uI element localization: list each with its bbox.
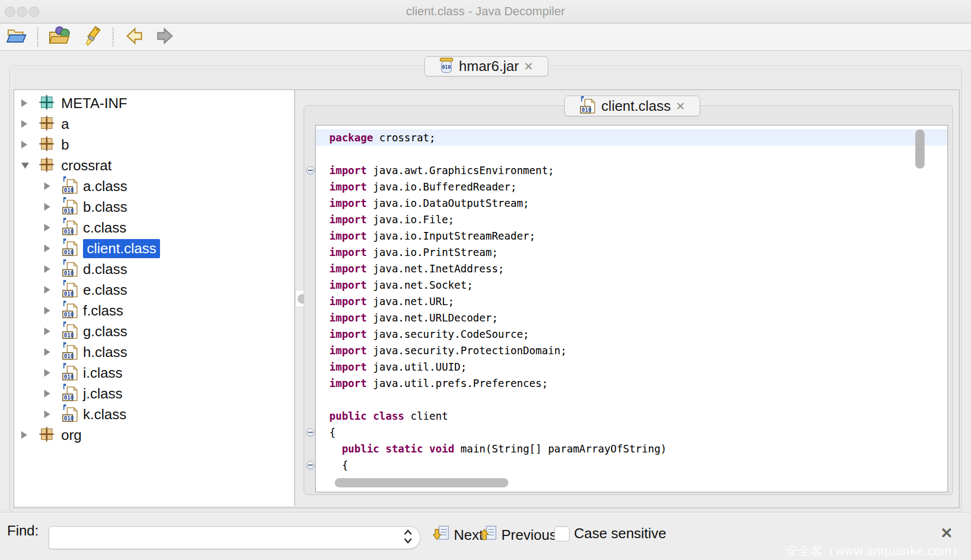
code-line: public static void main(String[] paramAr… <box>316 440 948 457</box>
tree-item-i-class[interactable]: 010 i.class <box>14 362 295 383</box>
tree-item-j-class[interactable]: 010 j.class <box>14 383 295 404</box>
tree-item-c-class[interactable]: 010 c.class <box>14 217 295 238</box>
tree-item-crossrat[interactable]: crossrat <box>14 155 295 176</box>
chevron-collapsed-icon[interactable] <box>21 120 27 128</box>
package-icon <box>39 157 54 174</box>
back-button[interactable] <box>123 26 145 49</box>
chevron-collapsed-icon[interactable] <box>21 99 27 107</box>
class-file-icon: 010 <box>61 217 79 238</box>
tree-item-e-class[interactable]: 010 e.class <box>14 279 295 300</box>
class-file-icon: 010 <box>61 362 79 383</box>
case-sensitive-checkbox[interactable] <box>554 526 570 541</box>
chevron-collapsed-icon[interactable] <box>44 390 50 397</box>
tree-item-label: h.class <box>83 344 127 361</box>
chevron-collapsed-icon[interactable] <box>44 369 50 377</box>
find-input[interactable] <box>49 528 396 547</box>
keyword-token: import <box>329 279 367 291</box>
class-file-icon: 010 <box>61 383 79 404</box>
keyword-token: public <box>329 410 367 422</box>
class-file-icon: 010 <box>61 238 79 259</box>
previous-label: Previous <box>501 527 556 544</box>
fold-collapse-icon[interactable] <box>306 166 315 175</box>
package-icon <box>39 136 54 153</box>
tree-item-label: client.class <box>83 239 160 258</box>
case-sensitive-label: Case sensitive <box>574 525 666 542</box>
jar-tab-close-icon[interactable]: ✕ <box>524 61 534 72</box>
chevron-collapsed-icon[interactable] <box>44 265 50 273</box>
chevron-collapsed-icon[interactable] <box>44 327 50 335</box>
chevron-collapsed-icon[interactable] <box>44 182 50 190</box>
code-line: import java.security.CodeSource; <box>316 326 948 342</box>
code-token: client <box>404 410 448 422</box>
tree-item-k-class[interactable]: 010 k.class <box>14 404 295 425</box>
keyword-token: package <box>329 132 373 144</box>
chevron-collapsed-icon[interactable] <box>44 245 50 252</box>
tree-item-client-class[interactable]: 010 client.class <box>14 238 295 259</box>
horizontal-scrollbar[interactable] <box>335 478 508 487</box>
code-line: String str = System.getProperty("os.name… <box>316 473 948 476</box>
chevron-collapsed-icon[interactable] <box>44 307 50 314</box>
watermark: 安全客（www.anquanke.com） <box>785 543 964 559</box>
class-file-icon: 010 <box>61 321 79 342</box>
tree-item-b[interactable]: b <box>14 134 295 155</box>
chevron-collapsed-icon[interactable] <box>44 286 50 294</box>
tree-item-a-class[interactable]: 010 a.class <box>14 176 295 196</box>
code-line: public class client <box>316 408 948 424</box>
tree-item-org[interactable]: org <box>14 425 295 445</box>
package-icon <box>39 116 54 133</box>
code-token: crossrat; <box>373 132 435 144</box>
tree-item-label: org <box>61 427 82 444</box>
chevron-expanded-icon[interactable] <box>21 163 29 169</box>
code-token: java.net.Socket; <box>367 279 473 291</box>
vertical-scrollbar[interactable] <box>915 129 925 169</box>
search-icon <box>80 26 103 49</box>
fold-collapse-icon[interactable] <box>306 461 315 469</box>
tab-client-class[interactable]: 010 client.class ✕ <box>564 96 700 116</box>
tree-item-label: b.class <box>83 199 127 216</box>
editor-tab-close-icon[interactable]: ✕ <box>676 100 685 112</box>
code-line: import java.io.BufferedReader; <box>316 178 948 195</box>
tree-item-d-class[interactable]: 010 d.class <box>14 259 295 279</box>
tree-item-label: g.class <box>83 323 127 340</box>
code-token: java.io.BufferedReader; <box>367 181 517 193</box>
class-file-icon: 010 <box>61 342 79 362</box>
chevron-collapsed-icon[interactable] <box>21 431 27 439</box>
code-line <box>316 146 948 162</box>
forward-button[interactable] <box>155 26 176 49</box>
find-history-stepper[interactable] <box>396 527 420 549</box>
code-line: import java.security.ProtectionDomain; <box>316 342 948 359</box>
find-label: Find: <box>7 522 39 539</box>
tree-item-h-class[interactable]: 010 h.class <box>14 342 295 362</box>
chevron-collapsed-icon[interactable] <box>44 224 50 231</box>
jd-gui-window: { "window": { "title": "client.class - J… <box>0 0 971 560</box>
open-file-button[interactable] <box>5 26 28 49</box>
tab-hmar6-jar[interactable]: 010 hmar6.jar ✕ <box>424 56 548 76</box>
find-previous-button[interactable]: Previous <box>481 525 556 545</box>
toolbar <box>0 23 971 51</box>
code-line: { <box>316 457 948 473</box>
keyword-token: import <box>329 263 367 275</box>
find-next-button[interactable]: Next <box>433 525 483 545</box>
search-button[interactable] <box>80 26 103 49</box>
code-token: { <box>329 426 335 438</box>
code-lines: package crossrat;import java.awt.Graphic… <box>316 129 948 476</box>
open-type-button[interactable] <box>48 26 70 49</box>
tree-item-g-class[interactable]: 010 g.class <box>14 321 295 342</box>
keyword-token: import <box>329 312 367 324</box>
tree-item-f-class[interactable]: 010 f.class <box>14 300 295 321</box>
chevron-collapsed-icon[interactable] <box>44 203 50 211</box>
chevron-collapsed-icon[interactable] <box>44 410 50 418</box>
code-token: { <box>329 459 348 471</box>
class-file-icon: 010 <box>61 196 79 217</box>
chevron-collapsed-icon[interactable] <box>44 348 50 356</box>
tree-item-b-class[interactable]: 010 b.class <box>14 196 295 217</box>
toolbar-separator <box>37 28 38 46</box>
chevron-collapsed-icon[interactable] <box>21 141 27 148</box>
tree-item-META-INF[interactable]: META-INF <box>14 93 295 114</box>
find-bar-close-icon[interactable]: ✕ <box>940 526 953 541</box>
previous-icon <box>481 525 497 545</box>
forward-arrow-icon <box>155 26 176 49</box>
tree-item-label: k.class <box>83 406 126 423</box>
tree-item-a[interactable]: a <box>14 114 295 134</box>
fold-collapse-icon[interactable] <box>306 428 315 437</box>
